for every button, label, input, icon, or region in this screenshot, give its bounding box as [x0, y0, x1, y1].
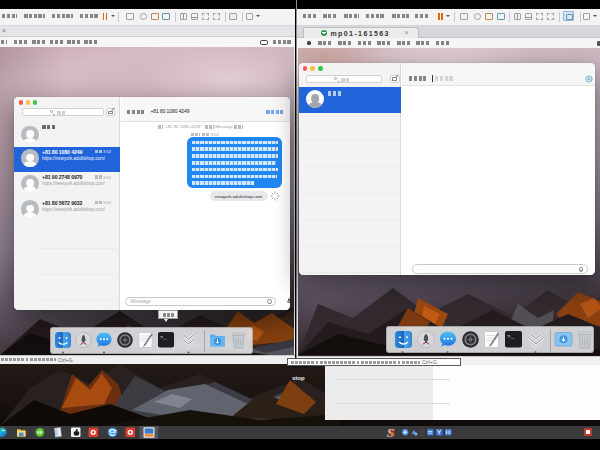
svg-text:>_: >_: [160, 333, 167, 340]
svg-text:>_: >_: [507, 333, 515, 340]
svg-text:S: S: [388, 426, 395, 439]
